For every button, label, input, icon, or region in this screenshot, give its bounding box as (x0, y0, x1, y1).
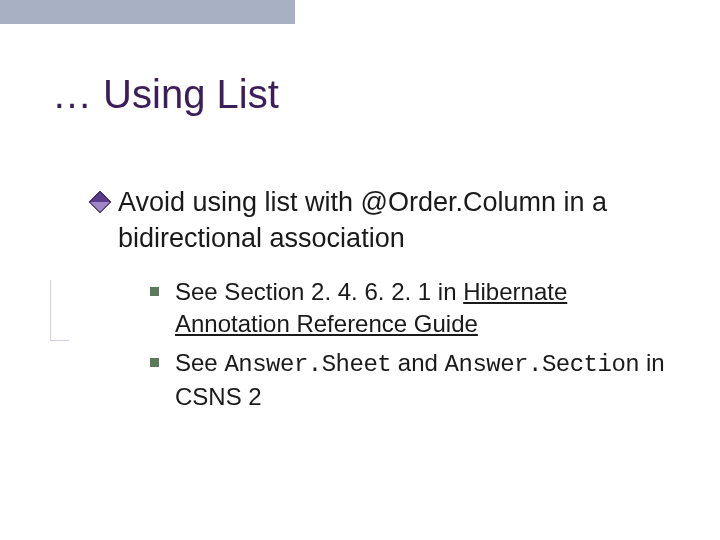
sub-bullet-text: See Answer.Sheet and Answer.Section in C… (175, 347, 680, 414)
code-answer-section: Answer.Section (445, 351, 640, 378)
code-answer-sheet: Answer.Sheet (224, 351, 391, 378)
sub-bullet-prefix: See (175, 349, 224, 376)
square-icon (150, 358, 159, 367)
bullet-level-1-text: Avoid using list with @Order.Column in a… (118, 184, 680, 257)
sub-bullet-item: See Answer.Sheet and Answer.Section in C… (150, 347, 680, 414)
sub-bullet-prefix: See Section 2. 4. 6. 2. 1 in (175, 278, 463, 305)
bullet-level-1: Avoid using list with @Order.Column in a… (92, 184, 680, 257)
slide-title: … Using List (52, 72, 279, 116)
sub-bullet-text: See Section 2. 4. 6. 2. 1 in Hibernate A… (175, 276, 680, 341)
sub-bullet-mid: and (391, 349, 444, 376)
sub-bullet-list: See Section 2. 4. 6. 2. 1 in Hibernate A… (150, 276, 680, 420)
decorative-crease (50, 280, 69, 341)
sub-bullet-item: See Section 2. 4. 6. 2. 1 in Hibernate A… (150, 276, 680, 341)
slide: … Using List Avoid using list with @Orde… (0, 0, 720, 540)
diamond-icon (89, 191, 112, 214)
top-accent-bar (0, 0, 295, 24)
square-icon (150, 287, 159, 296)
